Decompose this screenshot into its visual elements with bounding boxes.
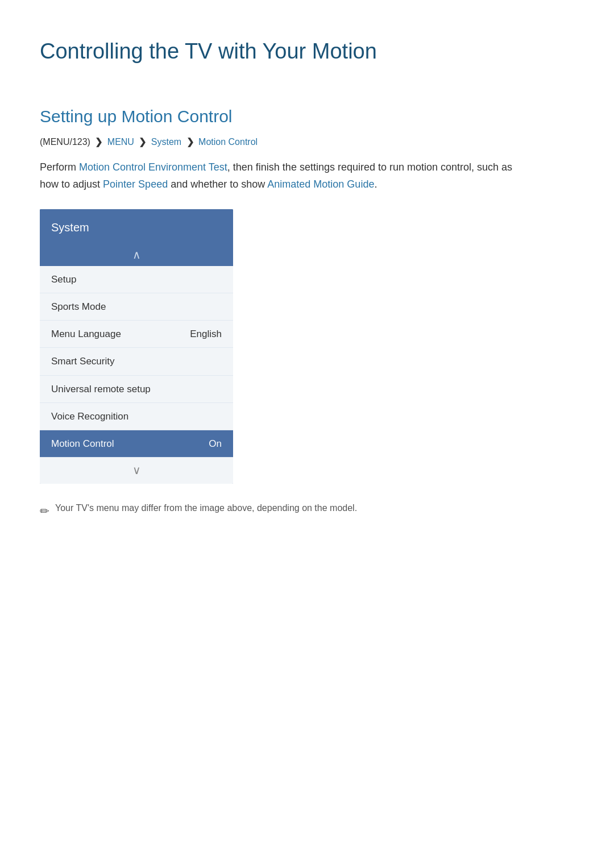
menu-item-voice-recognition: Voice Recognition (40, 403, 233, 430)
menu-item-voice-label: Voice Recognition (51, 409, 128, 424)
menu-items-list: Setup Sports Mode Menu Language English … (40, 266, 233, 484)
menu-item-universal-label: Universal remote setup (51, 381, 151, 397)
menu-item-menu-language: Menu Language English (40, 321, 233, 348)
menu-arrow-up: ∧ (40, 242, 233, 266)
menu-item-motion-control: Motion Control On (40, 430, 233, 458)
menu-item-language-label: Menu Language (51, 326, 121, 342)
breadcrumb-prefix: (MENU/123) (40, 137, 90, 147)
menu-item-smart-security: Smart Security (40, 348, 233, 375)
menu-item-sports-mode: Sports Mode (40, 293, 233, 321)
menu-arrow-down: ∨ (40, 458, 233, 484)
up-chevron-icon: ∧ (132, 246, 141, 264)
breadcrumb-menu: MENU (107, 137, 134, 147)
menu-item-sports-mode-label: Sports Mode (51, 299, 106, 314)
note-text: Your TV's menu may differ from the image… (55, 501, 357, 516)
breadcrumb-chevron-1: ❯ (95, 137, 105, 147)
down-chevron-icon: ∨ (132, 461, 141, 479)
system-menu: System ∧ Setup Sports Mode Menu Language… (40, 209, 233, 484)
breadcrumb-system: System (151, 137, 181, 147)
pencil-icon: ✏ (40, 502, 49, 520)
menu-item-setup: Setup (40, 266, 233, 293)
menu-item-setup-label: Setup (51, 272, 76, 287)
link-pointer-speed: Pointer Speed (103, 178, 168, 190)
description: Perform Motion Control Environment Test,… (40, 159, 529, 193)
menu-header: System (40, 209, 233, 242)
menu-item-motion-label: Motion Control (51, 436, 114, 451)
breadcrumb-chevron-2: ❯ (139, 137, 148, 147)
menu-item-security-label: Smart Security (51, 354, 114, 369)
link-animated-guide: Animated Motion Guide (267, 178, 374, 190)
section-title: Setting up Motion Control (40, 103, 574, 130)
page-title: Controlling the TV with Your Motion (40, 34, 574, 74)
link-environment-test: Motion Control Environment Test (79, 161, 227, 173)
breadcrumb-chevron-3: ❯ (186, 137, 196, 147)
breadcrumb-motion-control: Motion Control (198, 137, 258, 147)
breadcrumb: (MENU/123) ❯ MENU ❯ System ❯ Motion Cont… (40, 135, 574, 149)
menu-item-universal-remote: Universal remote setup (40, 376, 233, 403)
menu-item-language-value: English (190, 326, 222, 342)
note-row: ✏ Your TV's menu may differ from the ima… (40, 501, 574, 520)
menu-item-motion-value: On (209, 436, 222, 451)
